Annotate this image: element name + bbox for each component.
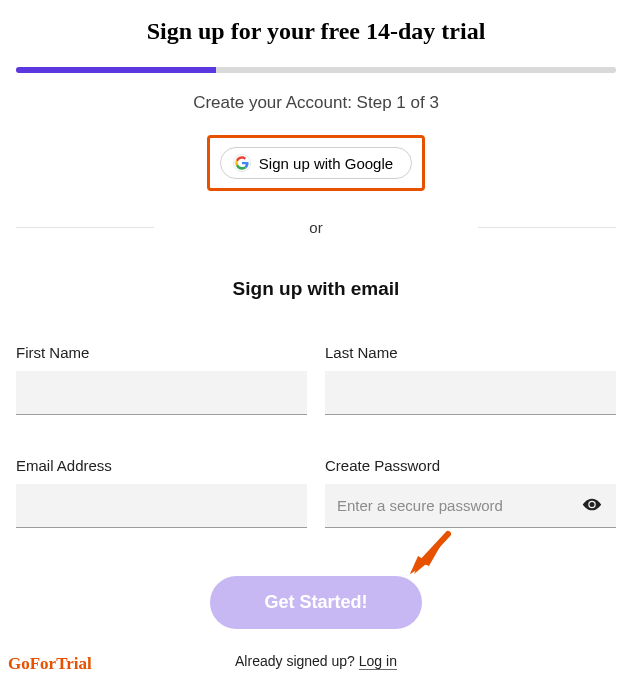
progress-bar [16, 67, 616, 73]
last-name-label: Last Name [325, 344, 616, 361]
already-text: Already signed up? [235, 653, 359, 669]
first-name-input[interactable] [16, 371, 307, 415]
arrow-annotation-icon [406, 530, 454, 582]
svg-marker-2 [410, 556, 428, 574]
divider-label: or [309, 219, 322, 236]
password-input[interactable] [325, 484, 616, 528]
password-label: Create Password [325, 457, 616, 474]
signup-google-button[interactable]: Sign up with Google [220, 147, 412, 179]
last-name-input[interactable] [325, 371, 616, 415]
email-input[interactable] [16, 484, 307, 528]
divider-line-right [478, 227, 616, 228]
email-label: Email Address [16, 457, 307, 474]
divider: or [16, 219, 616, 236]
divider-line-left [16, 227, 154, 228]
page-heading: Sign up for your free 14-day trial [0, 0, 632, 67]
highlight-annotation: Sign up with Google [207, 135, 425, 191]
login-link[interactable]: Log in [359, 653, 397, 670]
google-icon [233, 154, 251, 172]
svg-marker-0 [424, 534, 448, 562]
first-name-label: First Name [16, 344, 307, 361]
brand-watermark: GoForTrial [8, 654, 92, 674]
eye-icon [582, 495, 602, 518]
svg-marker-1 [410, 558, 426, 574]
toggle-password-visibility-button[interactable] [578, 491, 606, 522]
step-indicator: Create your Account: Step 1 of 3 [0, 93, 632, 113]
get-started-button[interactable]: Get Started! [210, 576, 421, 629]
already-signed-up-text: Already signed up? Log in [0, 653, 632, 669]
google-button-label: Sign up with Google [259, 155, 393, 172]
progress-fill [16, 67, 216, 73]
email-signup-heading: Sign up with email [0, 278, 632, 300]
